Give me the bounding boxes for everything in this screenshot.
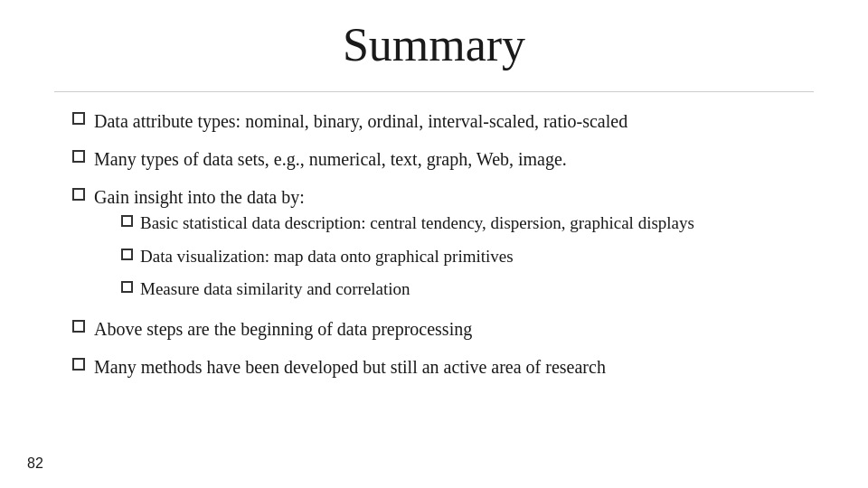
page-number: 82 bbox=[27, 455, 43, 472]
list-item: Data visualization: map data onto graphi… bbox=[121, 245, 694, 269]
bullet-icon-3 bbox=[72, 188, 85, 201]
list-item: Above steps are the beginning of data pr… bbox=[72, 316, 814, 342]
slide-container: Summary Data attribute types: nominal, b… bbox=[0, 0, 868, 488]
bullet-text-4: Above steps are the beginning of data pr… bbox=[94, 316, 472, 342]
title-area: Summary bbox=[54, 18, 814, 82]
list-item: Gain insight into the data by: Basic sta… bbox=[72, 184, 814, 311]
content-area: Data attribute types: nominal, binary, o… bbox=[54, 108, 814, 380]
bullet-text-1: Data attribute types: nominal, binary, o… bbox=[94, 108, 627, 134]
sub-bullet-text-3: Measure data similarity and correlation bbox=[140, 277, 410, 302]
sub-bullet-icon-2 bbox=[121, 249, 133, 260]
bullet-icon-5 bbox=[72, 358, 85, 371]
title-divider bbox=[54, 91, 814, 92]
sub-bullet-icon-1 bbox=[121, 215, 133, 227]
list-item: Measure data similarity and correlation bbox=[121, 277, 694, 302]
bullet-text-2: Many types of data sets, e.g., numerical… bbox=[94, 146, 567, 172]
bullet-icon-2 bbox=[72, 150, 85, 163]
list-item: Basic statistical data description: cent… bbox=[121, 211, 694, 236]
bullet-text-3: Gain insight into the data by: bbox=[94, 187, 305, 207]
list-item: Data attribute types: nominal, binary, o… bbox=[72, 108, 814, 134]
list-item: Many methods have been developed but sti… bbox=[72, 354, 814, 380]
bullet-icon-4 bbox=[72, 320, 85, 333]
sub-bullets-area: Basic statistical data description: cent… bbox=[94, 211, 694, 302]
list-item: Many types of data sets, e.g., numerical… bbox=[72, 146, 814, 172]
sub-bullet-text-2: Data visualization: map data onto graphi… bbox=[140, 245, 514, 269]
slide-title: Summary bbox=[343, 19, 525, 70]
bullet-text-5: Many methods have been developed but sti… bbox=[94, 354, 606, 380]
sub-bullet-text-1: Basic statistical data description: cent… bbox=[140, 211, 694, 236]
bullet-icon-1 bbox=[72, 112, 85, 125]
sub-bullet-icon-3 bbox=[121, 281, 133, 293]
